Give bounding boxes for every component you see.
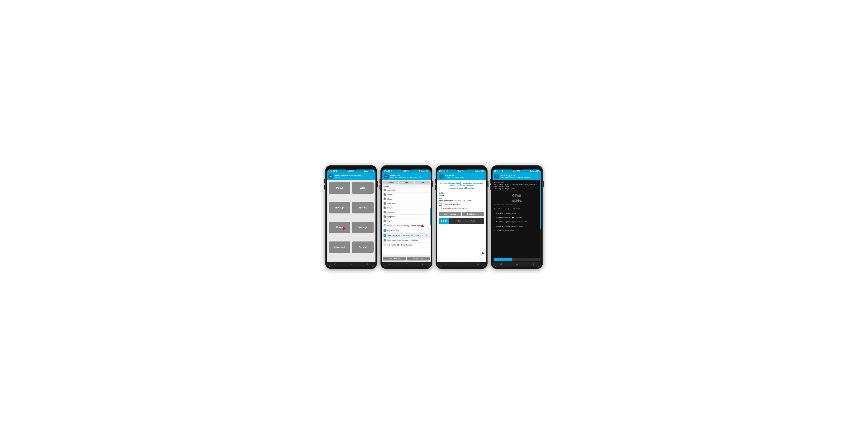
zip-icon: z	[383, 243, 386, 246]
log-installing-core: - Installing core GApps	[494, 229, 540, 231]
folder-music[interactable]: Music	[382, 197, 431, 201]
phone1-screen: CPU: 35 °C 1:09 PM Battery: 85% ⟳ Team W…	[327, 170, 375, 267]
folder-download[interactable]: Download	[382, 188, 431, 193]
vol-up-button	[324, 179, 325, 183]
back-button-2[interactable]: ◁	[389, 263, 391, 265]
phone2-screen: CPU: 35 °C 1:10 PM Battery: 85% ⟳ Instal…	[382, 170, 431, 267]
file-opengapps[interactable]: z open_gapps-arm64-9.0-nano-20190823.zip	[382, 238, 431, 242]
menu-button-3[interactable]: ≡	[477, 263, 479, 265]
phone2-wrapper: CPU: 35 °C 1:10 PM Battery: 85% ⟳ Instal…	[380, 165, 432, 269]
header-text-3: Install Zip 1 of max of 10 Files queued	[445, 174, 464, 178]
install-image-button[interactable]: Install Image	[407, 257, 430, 260]
vol-up-button-4	[490, 179, 491, 183]
home-button-1[interactable]: △	[350, 263, 352, 265]
home-button-2[interactable]: △	[406, 263, 407, 265]
select-storage-button[interactable]: Select Storage	[383, 257, 406, 260]
backup-button[interactable]: Backup	[329, 202, 350, 213]
clear-zip-queue-button[interactable]: Clear Zip Queue	[462, 212, 484, 216]
col-name-btn[interactable]: ▲ Name	[383, 181, 398, 184]
header-subtitle-1: 3.3.1-2	[335, 177, 363, 178]
app-header-1: ⟳ Team Win Recovery Project 3.3.1-2	[327, 173, 375, 180]
nav-bar-1: ◁ △ ≡	[327, 262, 375, 267]
flash-log: MTP Enabled Installing zip file '/sdcard…	[493, 180, 541, 257]
log-removing: - Removing existing/obsolete Apps	[494, 225, 540, 227]
checkbox-reboot-input[interactable]	[439, 207, 441, 209]
restore-button[interactable]: Restore	[352, 202, 374, 213]
file-oneplus[interactable]: z OnePlus6Oxygen_22_OTA_033_all_1...0301…	[382, 233, 431, 238]
opengapps-art-line1: OPen	[494, 193, 540, 198]
zip-icon: z	[383, 239, 386, 241]
settings-button[interactable]: Settings	[352, 222, 374, 233]
swipe-arrows	[439, 218, 449, 224]
log-hash-1: ############################	[494, 190, 540, 192]
menu-button-4[interactable]: ≡	[533, 263, 534, 265]
folder-ringtones[interactable]: Ringtones	[382, 214, 431, 219]
log-line-checking: Checking for Digest file...	[494, 188, 540, 190]
folder-icon	[383, 211, 386, 213]
time-4: 1:14 PM	[513, 170, 520, 172]
vol-up-button-2	[379, 179, 380, 183]
progress-bar-container	[494, 258, 540, 261]
col-date-btn[interactable]: Date	[399, 181, 414, 184]
log-gathering: - Gathering device & ██ information	[494, 216, 540, 219]
log-mounting: - Mounting /system /vendor	[494, 212, 540, 214]
cancel-hint: Press back to cancel adding this zip.	[439, 187, 484, 189]
menu-button-1[interactable]: ≡	[367, 263, 368, 265]
checkbox-sig: Zip signature verification	[439, 203, 484, 206]
folder-movies[interactable]: Movies	[382, 193, 431, 197]
header-title-2: Install Zip	[390, 174, 421, 177]
menu-button-2[interactable]: ≡	[422, 263, 424, 265]
advanced-button[interactable]: Advanced	[329, 241, 350, 253]
home-button-4[interactable]: △	[516, 263, 518, 265]
col-size-btn[interactable]: Size	[414, 181, 430, 184]
checkbox-sig-input[interactable]	[439, 203, 441, 206]
twrp-logo-3: ⟳	[439, 174, 444, 179]
header-title-3: Install Zip	[445, 174, 464, 177]
folder-podcasts[interactable]: Podcasts	[382, 210, 431, 214]
log-line-mtp: MTP Enabled	[494, 181, 540, 183]
cpu-temp-1: CPU: 35 °C	[328, 170, 337, 172]
app-header-4: ⟳ Install Zip 1 of 1 open_gapps-arm64-9.…	[493, 173, 541, 180]
twrp-logo-2: ⟳	[383, 174, 389, 179]
battery-2: Battery: 85%	[419, 170, 429, 172]
phone1: CPU: 35 °C 1:09 PM Battery: 85% ⟳ Team W…	[325, 165, 377, 269]
file-columns-header: ▲ Name Date Size	[382, 180, 431, 185]
zip-icon: z	[383, 229, 386, 232]
home-button-3[interactable]: △	[461, 263, 463, 265]
reboot-button[interactable]: Reboot	[352, 241, 374, 253]
folder-pictures[interactable]: Pictures	[382, 206, 431, 210]
file-twrp-installer[interactable]: z twrp-installer-3.3.1-2-enchilada.zip	[382, 242, 431, 248]
wipe-button[interactable]: Wipe	[352, 182, 374, 194]
folder-twrp[interactable]: TWRP	[382, 219, 431, 224]
file-magisk[interactable]: z Magisk-v19.3.zip	[382, 228, 431, 233]
install-button[interactable]: Install	[329, 182, 350, 194]
back-button-4[interactable]: ◁	[500, 263, 501, 265]
power-button-2	[432, 181, 433, 187]
confirm-buttons: Add more Zips Clear Zip Queue	[439, 212, 484, 216]
header-subtitle-4: open_gapps-arm64-9.0-nano-20190823.zip	[501, 177, 530, 178]
checkbox-reboot-label: Reboot after installation is complete	[443, 207, 468, 209]
phones-container: CPU: 35 °C 1:09 PM Battery: 85% ⟳ Team W…	[325, 165, 543, 269]
warning-text: This operation may install incompatible …	[439, 182, 484, 186]
mount-button[interactable]: Mount	[329, 222, 350, 233]
folder-icon	[383, 194, 386, 196]
phone-notch-2	[401, 168, 412, 170]
phone3: CPU: 35 °C 1:11 PM Battery: 85% ⟳ Instal…	[436, 165, 488, 269]
scrollbar-track-4	[540, 180, 541, 262]
swipe-text: Swipe to confirm Flash	[449, 220, 484, 222]
folder-notifications[interactable]: Notifications	[382, 201, 431, 206]
header-subtitle-3: 1 of max of 10 Files queued	[445, 177, 464, 178]
add-more-zips-button[interactable]: Add more Zips	[439, 212, 461, 216]
file-lineage[interactable]: z lineage-16.0-20190825-nightly-enchilad…	[382, 224, 431, 228]
phone3-screen: CPU: 35 °C 1:11 PM Battery: 85% ⟳ Instal…	[437, 170, 486, 267]
header-text-1: Team Win Recovery Project 3.3.1-2	[335, 174, 363, 178]
zip-icon: z	[383, 234, 386, 237]
back-button-1[interactable]: ◁	[334, 263, 336, 265]
scrollbar-thumb[interactable]	[430, 208, 431, 225]
checkbox-sig-label: Zip signature verification	[443, 203, 460, 205]
swipe-bar[interactable]: Swipe to confirm Flash	[439, 218, 484, 224]
scrollbar-thumb-4[interactable]	[540, 180, 541, 229]
battery-3: Battery: 85%	[474, 170, 485, 172]
back-button-3[interactable]: ◁	[444, 263, 446, 265]
phone-notch-3	[456, 168, 467, 170]
